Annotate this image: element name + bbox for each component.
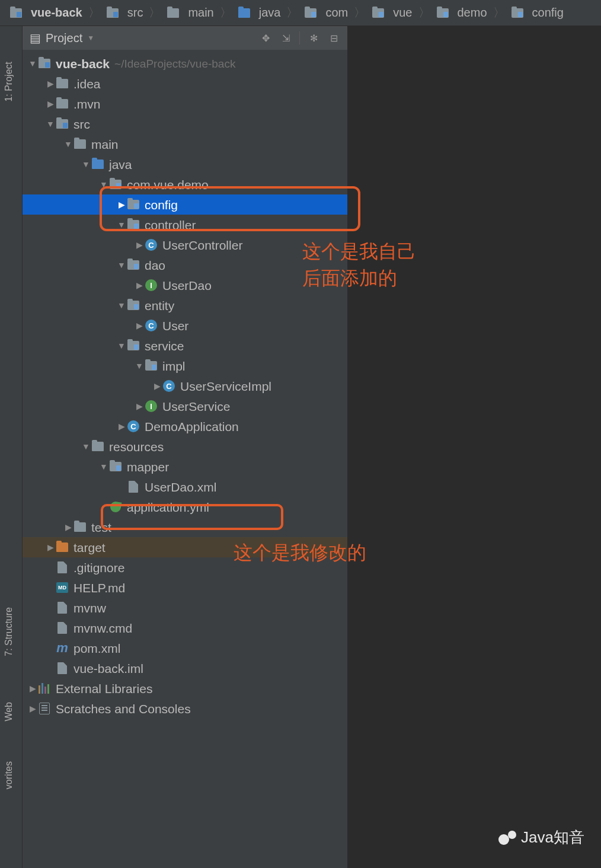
expand-arrow-icon[interactable]: ▶ [63,523,73,531]
tree-row[interactable]: ▶.mvn [23,94,347,114]
class-icon: C [163,380,175,392]
expand-arrow-icon[interactable]: ▶ [45,100,56,108]
breadcrumb-item[interactable]: demo [434,6,490,20]
breadcrumb-item[interactable]: src [104,6,146,20]
tree-row[interactable]: mpom.xml [23,638,347,658]
left-tool-strip: 1: Project 7: Structure Web vorites [0,26,23,868]
tree-row[interactable]: ▼mapper [23,457,347,477]
annotation-text: 这个是我修改的 [234,540,366,566]
tree-row[interactable]: ▶CUserController [23,235,347,255]
expand-arrow-icon[interactable]: ▶ [27,704,38,713]
panel-title[interactable]: ▤ Project ▼ [30,31,94,45]
resources-icon [92,442,104,451]
panel-header: ▤ Project ▼ ✥ ⇲ ✻ ⊟ [23,26,347,50]
spring-icon [110,501,122,513]
tree-row-root[interactable]: ▼vue-back~/IdeaProjects/vue-back [23,53,347,74]
chevron-right-icon: 〉 [283,5,302,21]
file-icon [57,662,67,674]
expand-arrow-icon[interactable]: ▼ [116,221,127,229]
expand-arrow-icon[interactable]: ▼ [81,442,91,451]
interface-icon: I [145,279,157,291]
expand-arrow-icon[interactable]: ▶ [134,402,145,410]
expand-arrow-icon[interactable]: ▶ [45,79,56,88]
tree-row[interactable]: ▶CUser [23,315,347,336]
project-panel: ▤ Project ▼ ✥ ⇲ ✻ ⊟ ▼vue-back~/IdeaProje… [23,26,347,868]
tab-project[interactable]: 1: Project [4,62,14,102]
tree-row[interactable]: UserDao.xml [23,477,347,497]
breadcrumb-item[interactable]: config [509,6,566,20]
expand-arrow-icon[interactable]: ▼ [63,140,73,148]
tree-row[interactable]: ▼main [23,134,347,154]
breadcrumb-item[interactable]: vue-back [7,6,85,20]
expand-arrow-icon[interactable]: ▼ [116,261,127,269]
watermark: Java知音 [498,827,584,848]
tab-web[interactable]: Web [4,702,14,722]
tree-row[interactable]: vue-back.iml [23,658,347,678]
tree-row[interactable]: ▶External Libraries [23,678,347,698]
tree-row[interactable]: ▼com.vue.demo [23,174,347,194]
tab-favorites[interactable]: vorites [4,761,14,789]
chevron-right-icon: 〉 [490,5,509,21]
expand-arrow-icon[interactable]: ▶ [27,684,38,693]
expand-arrow-icon[interactable]: ▶ [116,422,127,430]
tab-structure[interactable]: 7: Structure [4,607,14,656]
scratches-icon [39,703,50,714]
tree-row[interactable]: ▼resources [23,436,347,457]
tree-row[interactable]: ▼src [23,114,347,134]
expand-arrow-icon[interactable]: ▼ [27,59,38,68]
expand-arrow-icon[interactable]: ▼ [116,342,127,350]
expand-arrow-icon[interactable]: ▶ [45,543,56,551]
tree-row[interactable]: ▼controller [23,215,347,235]
tree-row[interactable]: ▼impl [23,356,347,376]
expand-arrow-icon[interactable]: ▼ [45,120,56,128]
class-icon: C [145,239,157,251]
expand-arrow-icon[interactable]: ▼ [98,180,109,189]
tree-row[interactable]: mvnw.cmd [23,618,347,638]
tree-row[interactable]: ▼service [23,336,347,356]
tree-row[interactable]: MDHELP.md [23,577,347,598]
tree-row[interactable]: ▶test [23,517,347,537]
collapse-icon[interactable]: ⇲ [279,31,292,44]
chevron-right-icon: 〉 [350,5,369,21]
hide-icon[interactable]: ⊟ [327,31,340,44]
expand-arrow-icon[interactable]: ▼ [116,301,127,309]
class-icon: C [145,320,157,331]
expand-arrow-icon[interactable]: ▼ [98,462,109,471]
library-icon [39,683,50,694]
breadcrumb-item[interactable]: java [235,6,283,20]
file-icon [57,602,67,614]
tree-row[interactable]: ▼dao [23,255,347,275]
tree-row[interactable]: ▶.idea [23,74,347,94]
file-icon [57,561,67,573]
tree-row[interactable]: ▶IUserDao [23,275,347,295]
dropdown-icon: ▼ [87,34,94,42]
class-icon: C [127,420,139,432]
tree-row[interactable]: mvnw [23,598,347,618]
expand-arrow-icon[interactable]: ▶ [134,321,145,330]
tree-row[interactable]: ▼entity [23,295,347,315]
expand-arrow-icon[interactable]: ▼ [134,362,145,370]
tree-row[interactable]: ▼java [23,154,347,174]
breadcrumb-item[interactable]: vue [369,6,414,20]
xml-icon [129,481,138,493]
locate-icon[interactable]: ✥ [259,31,272,44]
project-icon: ▤ [30,31,41,45]
tree-row[interactable]: ▶CDemoApplication [23,416,347,436]
project-tree[interactable]: ▼vue-back~/IdeaProjects/vue-back ▶.idea … [23,50,347,719]
tree-row[interactable]: ▶Scratches and Consoles [23,698,347,719]
expand-arrow-icon[interactable]: ▼ [81,160,91,168]
gear-icon[interactable]: ✻ [307,31,320,44]
expand-arrow-icon[interactable]: ▶ [134,241,145,249]
markdown-icon: MD [56,582,68,593]
tree-row[interactable]: ▶IUserService [23,396,347,416]
expand-arrow-icon[interactable]: ▶ [134,281,145,289]
breadcrumb-item[interactable]: com [302,6,350,20]
maven-icon: m [56,642,68,655]
tree-row[interactable]: ▶CUserServiceImpl [23,376,347,396]
tree-row-appyml[interactable]: application.yml [23,497,347,517]
breadcrumb-item[interactable]: main [164,6,216,20]
tree-row-config[interactable]: ▶config [23,194,347,215]
expand-arrow-icon[interactable]: ▶ [152,382,162,390]
chevron-right-icon: 〉 [415,5,434,21]
expand-arrow-icon[interactable]: ▶ [116,200,127,209]
